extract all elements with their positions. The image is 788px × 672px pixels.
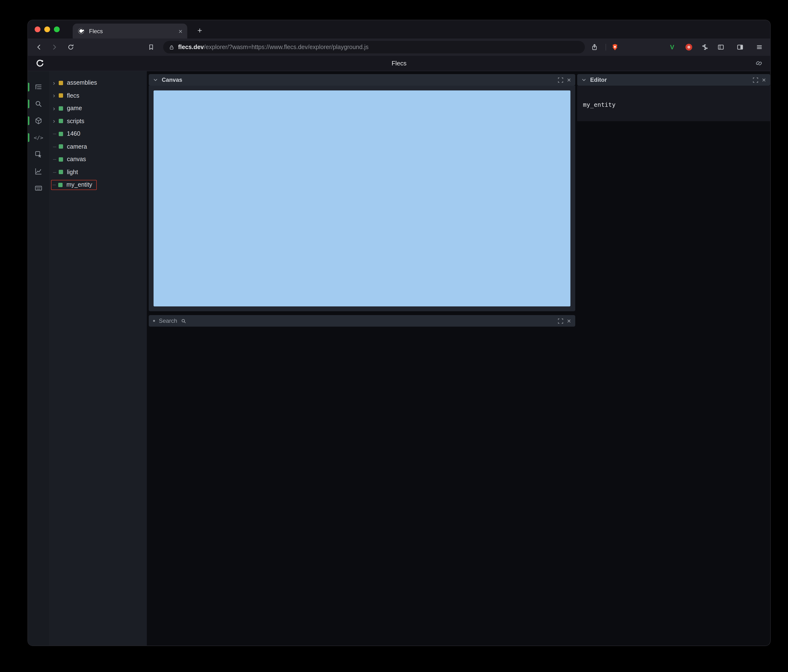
- tree-item-label: game: [67, 105, 82, 112]
- active-indicator: [28, 83, 29, 91]
- entity-color-swatch: [59, 144, 63, 149]
- tree-connector: [53, 127, 59, 140]
- expand-icon[interactable]: [558, 318, 563, 323]
- active-indicator: [28, 116, 29, 125]
- magnifier-icon: [181, 318, 186, 323]
- close-window-button[interactable]: [35, 27, 40, 32]
- panel-title: Search: [159, 317, 177, 324]
- module-color-swatch: [59, 81, 63, 85]
- browser-tab[interactable]: Flecs ×: [73, 24, 187, 38]
- canvas-panel-header[interactable]: Canvas ×: [149, 74, 575, 86]
- url-text: flecs.dev/explorer/?wasm=https://www.fle…: [178, 44, 369, 51]
- canvas-panel-body: [149, 86, 575, 311]
- tab-title: Flecs: [89, 28, 174, 34]
- sidebar-toggle-icon[interactable]: [717, 44, 724, 51]
- tree-item-scripts[interactable]: › scripts: [49, 115, 147, 127]
- stats-chart-icon[interactable]: [32, 165, 45, 178]
- active-indicator: [28, 133, 29, 142]
- entity-color-swatch: [58, 183, 63, 187]
- url-domain: flecs.dev: [178, 44, 204, 51]
- menu-hamburger-icon[interactable]: [756, 44, 763, 51]
- render-canvas[interactable]: [154, 90, 570, 306]
- entity-color-swatch: [59, 106, 63, 111]
- url-path: /explorer/?wasm=https://www.flecs.dev/ex…: [204, 44, 369, 51]
- chevron-right-icon[interactable]: ›: [53, 80, 59, 86]
- zoom-window-button[interactable]: [54, 27, 60, 32]
- tree-item-flecs[interactable]: › flecs: [49, 89, 147, 102]
- tree-outline-icon[interactable]: [32, 81, 45, 94]
- tree-item-label: assemblies: [67, 79, 97, 86]
- search-icon[interactable]: [32, 98, 45, 110]
- editor-entity-name: my_entity: [583, 101, 615, 108]
- expand-icon[interactable]: [753, 77, 758, 82]
- bullet-icon: [153, 320, 155, 322]
- tree-item-label: flecs: [67, 92, 79, 99]
- search-panel-header[interactable]: Search ×: [149, 315, 575, 326]
- tree-item-light[interactable]: light: [49, 166, 147, 179]
- url-bar[interactable]: flecs.dev/explorer/?wasm=https://www.fle…: [163, 41, 585, 53]
- bookmark-icon[interactable]: [148, 44, 154, 51]
- chevron-down-icon[interactable]: [153, 78, 158, 82]
- canvas-panel: Canvas ×: [149, 74, 575, 311]
- chevron-right-icon[interactable]: ›: [53, 118, 59, 124]
- v-extension-icon[interactable]: V: [670, 44, 674, 51]
- entity-color-swatch: [59, 132, 63, 136]
- extensions-puzzle-icon[interactable]: [701, 44, 709, 51]
- active-indicator: [28, 100, 29, 108]
- tree-item-label: light: [67, 169, 78, 176]
- tree-item-game[interactable]: › game: [49, 102, 147, 115]
- annotation-highlight-box: my_entity: [51, 180, 97, 190]
- entity-color-swatch: [59, 170, 63, 174]
- forward-icon[interactable]: [51, 44, 58, 51]
- tab-close-icon[interactable]: ×: [179, 28, 183, 34]
- inspect-cursor-icon[interactable]: [32, 148, 45, 161]
- code-icon[interactable]: </>: [32, 132, 45, 144]
- entity-tree: › assemblies › flecs › game › sc: [49, 71, 147, 645]
- tree-item-camera[interactable]: camera: [49, 140, 147, 153]
- minimize-window-button[interactable]: [44, 27, 50, 32]
- editor-panel: Editor × my_entity: [577, 74, 770, 121]
- tree-item-my-entity[interactable]: my_entity: [49, 179, 147, 191]
- center-column: Canvas × Search: [149, 74, 575, 326]
- share-icon[interactable]: [591, 44, 598, 51]
- screen: Flecs × + flecs: [0, 0, 788, 672]
- tree-item-assemblies[interactable]: › assemblies: [49, 76, 147, 89]
- close-icon[interactable]: ×: [567, 76, 571, 83]
- expand-icon[interactable]: [558, 77, 563, 82]
- brave-shield-icon[interactable]: [611, 43, 618, 51]
- entity-color-swatch: [59, 119, 63, 124]
- browser-window: Flecs × + flecs: [28, 20, 770, 645]
- tree-item-canvas[interactable]: canvas: [49, 153, 147, 166]
- toolbar-separator: [605, 44, 606, 51]
- app-content: </> › assemblies: [28, 71, 770, 645]
- tree-item-1460[interactable]: 1460: [49, 127, 147, 140]
- entity-color-swatch: [59, 157, 63, 162]
- chevron-down-icon[interactable]: [581, 78, 586, 82]
- keyboard-icon[interactable]: [32, 182, 45, 194]
- chevron-right-icon[interactable]: ›: [53, 105, 59, 112]
- new-tab-button[interactable]: +: [197, 24, 202, 38]
- editor-panel-header[interactable]: Editor ×: [577, 74, 770, 86]
- close-icon[interactable]: ×: [762, 76, 766, 83]
- tree-connector: [53, 153, 59, 166]
- browser-toolbar: flecs.dev/explorer/?wasm=https://www.fle…: [28, 38, 770, 56]
- close-icon[interactable]: ×: [567, 317, 571, 324]
- reload-icon[interactable]: [67, 44, 74, 51]
- module-color-swatch: [59, 94, 63, 98]
- tree-item-label: canvas: [67, 156, 86, 163]
- red-extension-icon[interactable]: [685, 44, 692, 51]
- tree-item-label: camera: [67, 143, 87, 150]
- entities-cube-icon[interactable]: [32, 114, 45, 127]
- tab-strip: Flecs × +: [28, 20, 770, 38]
- app-header: Flecs: [28, 56, 770, 71]
- lock-icon: [169, 44, 174, 50]
- back-icon[interactable]: [36, 44, 42, 51]
- share-link-icon[interactable]: [755, 60, 763, 67]
- tree-item-label: scripts: [67, 118, 84, 125]
- tree-item-label: 1460: [67, 131, 80, 137]
- split-view-icon[interactable]: [737, 44, 744, 51]
- tree-connector: [53, 166, 59, 179]
- flecs-favicon: [78, 27, 85, 35]
- icon-rail: </>: [28, 71, 49, 645]
- chevron-right-icon[interactable]: ›: [53, 93, 59, 99]
